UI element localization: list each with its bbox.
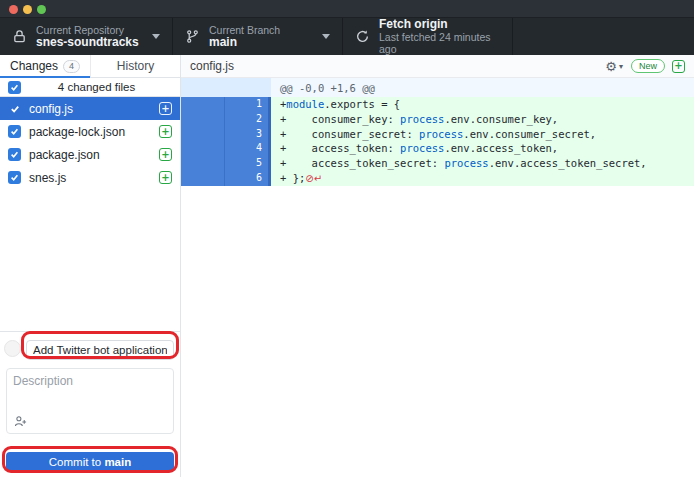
hunk-gutter: [181, 78, 271, 97]
diff-line-3: 3 + consumer_secret: process.env.consume…: [181, 127, 694, 142]
chevron-down-icon: [322, 34, 330, 39]
commit-summary-input[interactable]: [26, 340, 174, 360]
line-number: 3: [225, 127, 268, 142]
added-file-icon: +: [672, 60, 685, 73]
file-name: package.json: [29, 148, 159, 162]
titlebar: [0, 0, 694, 18]
line-content: + access_token_secret: process.env.acces…: [271, 156, 694, 171]
added-file-icon: +: [159, 171, 172, 184]
line-gutter[interactable]: 4: [181, 141, 271, 156]
check-icon: [10, 83, 19, 92]
repository-name: snes-soundtracks: [36, 36, 146, 50]
chevron-down-icon: ▾: [619, 62, 623, 71]
file-checkbox[interactable]: [8, 171, 21, 184]
file-row-package-lock-json[interactable]: package-lock.json +: [0, 120, 180, 143]
git-branch-icon: [185, 29, 200, 44]
commit-button[interactable]: Commit to main: [6, 452, 174, 471]
commit-description-input[interactable]: [7, 369, 173, 415]
gear-icon: ⚙: [605, 60, 617, 73]
hunk-header-text: @@ -0,0 +1,6 @@: [271, 78, 694, 97]
tab-history-label: History: [117, 59, 154, 73]
file-name: package-lock.json: [29, 125, 159, 139]
tab-history[interactable]: History: [90, 55, 180, 77]
select-all-checkbox[interactable]: [8, 81, 21, 94]
chevron-down-icon: [152, 34, 160, 39]
line-number: 2: [225, 112, 268, 127]
diff-line-1: 1 +module.exports = {: [181, 97, 694, 112]
line-gutter[interactable]: 1: [181, 97, 271, 112]
sidebar: Changes 4 History 4 changed files config…: [0, 55, 180, 477]
changes-count-badge: 4: [63, 60, 80, 73]
diff-panel: config.js ⚙ ▾ New + @@ -0,0 +1,6 @@ 1 +m…: [180, 55, 694, 477]
line-content: + access_token: process.env.access_token…: [271, 141, 694, 156]
line-number: 5: [225, 156, 268, 171]
diff-line-2: 2 + consumer_key: process.env.consumer_k…: [181, 112, 694, 127]
toolbar: Current Repository snes-soundtracks Curr…: [0, 18, 694, 55]
line-gutter[interactable]: 3: [181, 127, 271, 142]
commit-form: Commit to main: [0, 331, 180, 477]
branch-name: main: [209, 36, 316, 50]
github-desktop-window: Current Repository snes-soundtracks Curr…: [0, 0, 694, 477]
diff-header: config.js ⚙ ▾ New +: [181, 55, 694, 78]
check-icon: [10, 104, 20, 114]
file-row-snes-js[interactable]: snes.js +: [0, 166, 180, 189]
line-content: +module.exports = {: [271, 97, 694, 112]
line-content: + consumer_secret: process.env.consumer_…: [271, 127, 694, 142]
line-content: + };⊘↵: [271, 171, 694, 186]
file-checkbox[interactable]: [8, 125, 21, 138]
fetch-title: Fetch origin: [379, 18, 500, 32]
diff-line-4: 4 + access_token: process.env.access_tok…: [181, 141, 694, 156]
sync-icon: [355, 29, 370, 44]
diff-options-button[interactable]: ⚙ ▾: [605, 60, 623, 73]
line-number: 4: [225, 141, 268, 156]
file-row-package-json[interactable]: package.json +: [0, 143, 180, 166]
no-newline-icon: ⊘↵: [305, 173, 322, 184]
fetch-subtitle: Last fetched 24 minutes ago: [379, 31, 500, 55]
changed-file-list: config.js + package-lock.json + package.…: [0, 97, 180, 189]
file-row-config-js[interactable]: config.js +: [0, 97, 180, 120]
repository-selector[interactable]: Current Repository snes-soundtracks: [0, 18, 173, 55]
lock-icon: [12, 29, 27, 44]
changed-files-header: 4 changed files: [0, 78, 180, 97]
added-file-icon: +: [159, 148, 172, 161]
check-icon: [10, 127, 19, 136]
line-number: 6: [225, 171, 268, 186]
check-icon: [10, 150, 19, 159]
new-file-badge: New: [631, 59, 665, 74]
line-gutter[interactable]: 5: [181, 156, 271, 171]
hunk-header-row: @@ -0,0 +1,6 @@: [181, 78, 694, 97]
line-number: 1: [225, 97, 268, 112]
check-icon: [10, 173, 19, 182]
repository-label: Current Repository: [36, 24, 146, 36]
file-name: config.js: [29, 102, 159, 116]
zoom-window-button[interactable]: [37, 5, 46, 14]
diff-body: @@ -0,0 +1,6 @@ 1 +module.exports = { 2 …: [181, 78, 694, 186]
line-content: + consumer_key: process.env.consumer_key…: [271, 112, 694, 127]
branch-label: Current Branch: [209, 24, 316, 36]
add-coauthor-icon[interactable]: [14, 415, 27, 428]
avatar: [4, 340, 21, 357]
minimize-window-button[interactable]: [23, 5, 32, 14]
commit-description-box: [6, 368, 174, 434]
file-checkbox[interactable]: [8, 148, 21, 161]
file-checkbox[interactable]: [8, 102, 21, 115]
commit-button-branch: main: [104, 456, 131, 468]
added-file-icon: +: [159, 102, 172, 115]
line-gutter[interactable]: 6: [181, 171, 271, 186]
diff-line-6: 6 + };⊘↵: [181, 171, 694, 186]
file-name: snes.js: [29, 171, 159, 185]
commit-button-label: Commit to: [49, 456, 105, 468]
changed-files-count: 4 changed files: [21, 81, 172, 93]
tab-changes-label: Changes: [10, 59, 58, 73]
line-gutter[interactable]: 2: [181, 112, 271, 127]
diff-line-5: 5 + access_token_secret: process.env.acc…: [181, 156, 694, 171]
tab-changes[interactable]: Changes 4: [0, 55, 90, 77]
fetch-origin-button[interactable]: Fetch origin Last fetched 24 minutes ago: [343, 18, 513, 55]
added-file-icon: +: [159, 125, 172, 138]
close-window-button[interactable]: [9, 5, 18, 14]
sidebar-tabs: Changes 4 History: [0, 55, 180, 78]
branch-selector[interactable]: Current Branch main: [173, 18, 343, 55]
diff-filename: config.js: [190, 59, 605, 73]
